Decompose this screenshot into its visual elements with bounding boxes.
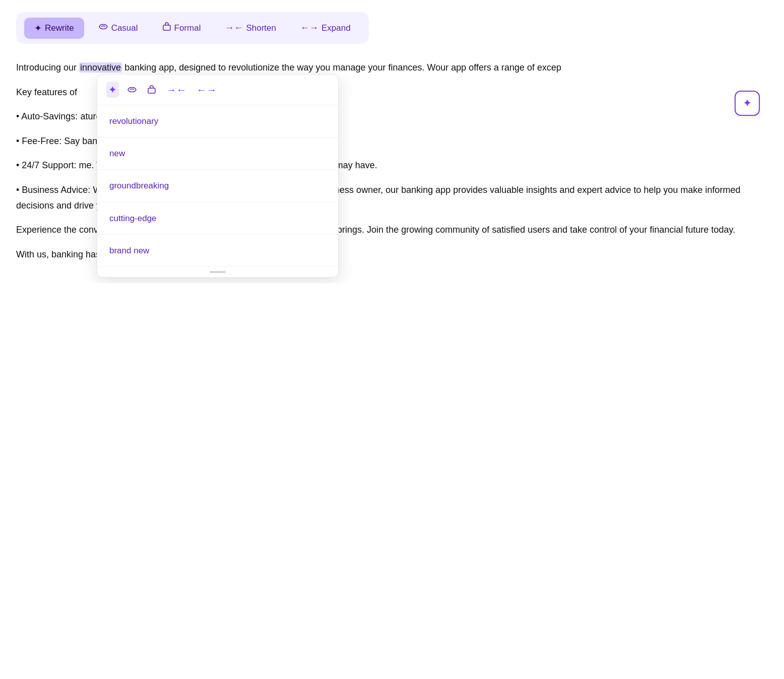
rewrite-icon: ✦	[34, 23, 42, 34]
floating-ai-icon: ✦	[743, 94, 752, 112]
bullet2-start: • Fee-Free: Say	[16, 136, 82, 146]
shorten-icon: →←	[225, 23, 243, 33]
casual-icon	[98, 23, 108, 33]
synonym-cutting-edge[interactable]: cutting-edge	[97, 202, 338, 235]
svg-rect-1	[148, 88, 155, 93]
bullet1-start: • Auto-Savings:	[16, 111, 80, 121]
synonym-groundbreaking[interactable]: groundbreaking	[97, 170, 338, 202]
para1-end: our app offers a range of excep	[435, 62, 561, 73]
highlighted-innovative[interactable]: innovative	[79, 62, 122, 73]
para1-before: Introducing our	[16, 62, 79, 73]
expand-icon: ←→	[300, 23, 318, 33]
synonym-revolutionary[interactable]: revolutionary	[97, 105, 338, 138]
floating-ai-button[interactable]: ✦	[735, 91, 760, 116]
popup-toolbar: ✦ →← ←→	[97, 75, 338, 105]
formal-button[interactable]: Formal	[152, 17, 211, 39]
rewrite-button[interactable]: ✦ Rewrite	[24, 18, 84, 39]
popup-rewrite-button[interactable]: ✦	[106, 82, 119, 98]
para1-after: banking app, designed to revolutionize t…	[122, 62, 435, 73]
synonym-new[interactable]: new	[97, 138, 338, 170]
synonym-popup: ✦ →← ←→ revolutionary new	[97, 74, 339, 278]
expand-button[interactable]: ←→ Expand	[290, 18, 361, 38]
shorten-label: Shorten	[246, 23, 276, 33]
popup-container: ✦ →← ←→ revolutionary new	[97, 74, 339, 278]
drag-handle-bar	[210, 271, 226, 273]
casual-button[interactable]: Casual	[88, 18, 148, 38]
paragraph-1: Introducing our innovative banking app, …	[16, 60, 768, 76]
popup-formal-button[interactable]	[145, 83, 158, 96]
rewrite-label: Rewrite	[45, 23, 74, 33]
casual-label: Casual	[111, 23, 138, 33]
svg-rect-0	[163, 25, 170, 30]
popup-drag-handle[interactable]	[97, 267, 338, 277]
main-toolbar: ✦ Rewrite Casual Formal →← Shorten ←→ Ex…	[16, 12, 369, 44]
content-area: Introducing our innovative banking app, …	[16, 60, 768, 262]
formal-icon	[162, 22, 171, 34]
popup-casual-button[interactable]	[125, 84, 139, 96]
expand-label: Expand	[321, 23, 351, 33]
bullet3-start: • 24/7 Support:	[16, 160, 79, 170]
popup-shorten-button[interactable]: →←	[164, 82, 188, 98]
synonym-brand-new[interactable]: brand new	[97, 235, 338, 267]
formal-label: Formal	[174, 23, 201, 33]
popup-expand-button[interactable]: ←→	[194, 82, 219, 98]
shorten-button[interactable]: →← Shorten	[215, 18, 286, 38]
